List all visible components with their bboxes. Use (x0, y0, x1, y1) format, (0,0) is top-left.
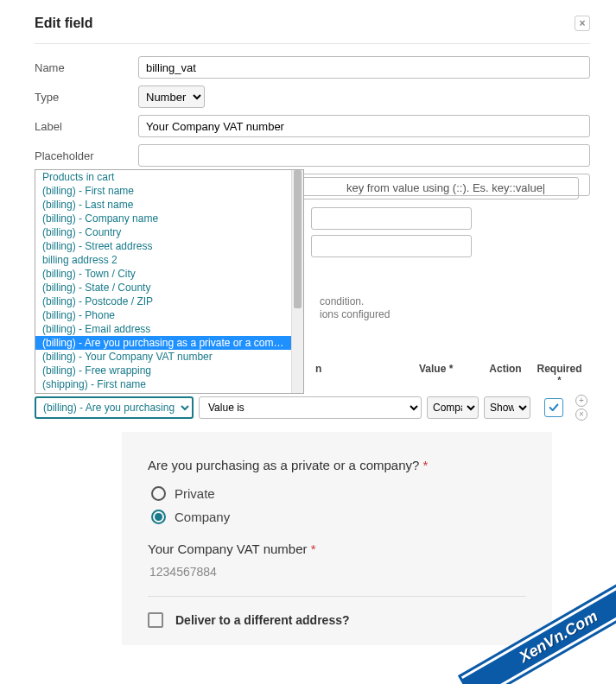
type-select[interactable]: Number (138, 86, 205, 108)
question-label: Are you purchasing as a private or a com… (148, 458, 526, 472)
radio-private[interactable]: Private (148, 486, 526, 501)
scrollbar[interactable] (291, 170, 303, 393)
dropdown-item[interactable]: (billing) - Country (35, 225, 291, 239)
th-action: Action (479, 363, 531, 385)
dropdown-item[interactable]: (shipping) - Last name (35, 391, 291, 393)
radio-company[interactable]: Company (148, 510, 526, 524)
dropdown-item[interactable]: (billing) - First name (35, 184, 291, 198)
dropdown-item[interactable]: billing address 2 (35, 253, 291, 267)
vat-label: Your Company VAT number * (148, 542, 526, 556)
conditions-table-row: (billing) - Are you purchasing Value is … (35, 395, 587, 421)
value-select[interactable]: Company (427, 396, 479, 419)
scroll-thumb[interactable] (294, 170, 302, 308)
label-label: Label (35, 120, 138, 133)
dropdown-item[interactable]: (billing) - Company name (35, 212, 291, 225)
dropdown-item[interactable]: (billing) - Email address (35, 322, 291, 336)
value-operator-select[interactable]: Value is (199, 396, 422, 419)
required-star: * (423, 458, 429, 472)
required-checkbox[interactable] (544, 398, 563, 417)
extra-input-1[interactable] (311, 207, 472, 230)
dropdown-item[interactable]: (billing) - Postcode / ZIP (35, 294, 291, 308)
condition-dropdown[interactable]: Products in cart(billing) - First name(b… (35, 169, 304, 394)
dropdown-item[interactable]: (billing) - State / County (35, 281, 291, 294)
vat-input[interactable]: 1234567884 (148, 565, 526, 579)
label-type: Type (35, 91, 138, 104)
condition-field-select[interactable]: (billing) - Are you purchasing (35, 396, 194, 419)
close-icon[interactable]: × (575, 16, 590, 31)
add-condition-icon[interactable]: + (575, 395, 587, 407)
edit-field-modal: Edit field × Name Type Number Label Plac… (0, 0, 616, 196)
remove-condition-icon[interactable]: × (575, 408, 587, 421)
extra-input-2[interactable] (311, 235, 472, 257)
dropdown-item[interactable]: (billing) - Last name (35, 198, 291, 212)
deliver-different-checkbox[interactable]: Deliver to a different address? (148, 612, 526, 628)
action-select[interactable]: Show (484, 396, 530, 419)
dropdown-item[interactable]: (shipping) - First name (35, 377, 291, 391)
dropdown-item[interactable]: (billing) - Street address (35, 239, 291, 253)
checkbox-unchecked-icon (148, 612, 163, 628)
dropdown-item[interactable]: (billing) - Free wrapping (35, 364, 291, 377)
th-value: Value * (419, 363, 479, 385)
th-required: Required * (531, 363, 587, 385)
divider (148, 596, 526, 597)
name-input[interactable] (138, 56, 590, 79)
label-input[interactable] (138, 115, 590, 137)
dropdown-item[interactable]: (billing) - Your Company VAT number (35, 350, 291, 364)
dropdown-item[interactable]: (billing) - Town / City (35, 267, 291, 281)
dropdown-item[interactable]: (billing) - Are you purchasing as a priv… (35, 336, 291, 350)
label-placeholder: Placeholder (35, 149, 138, 162)
label-name: Name (35, 61, 138, 74)
preview-card: Are you purchasing as a private or a com… (122, 432, 552, 645)
placeholder-input[interactable] (138, 144, 590, 167)
hint-configured: ions configured (320, 308, 390, 320)
dropdown-item[interactable]: (billing) - Phone (35, 308, 291, 322)
modal-title: Edit field (35, 16, 93, 31)
radio-unchecked-icon (151, 486, 166, 501)
hint-condition: condition. (320, 295, 364, 307)
radio-checked-icon (151, 510, 166, 524)
dropdown-item[interactable]: Products in cart (35, 170, 291, 184)
